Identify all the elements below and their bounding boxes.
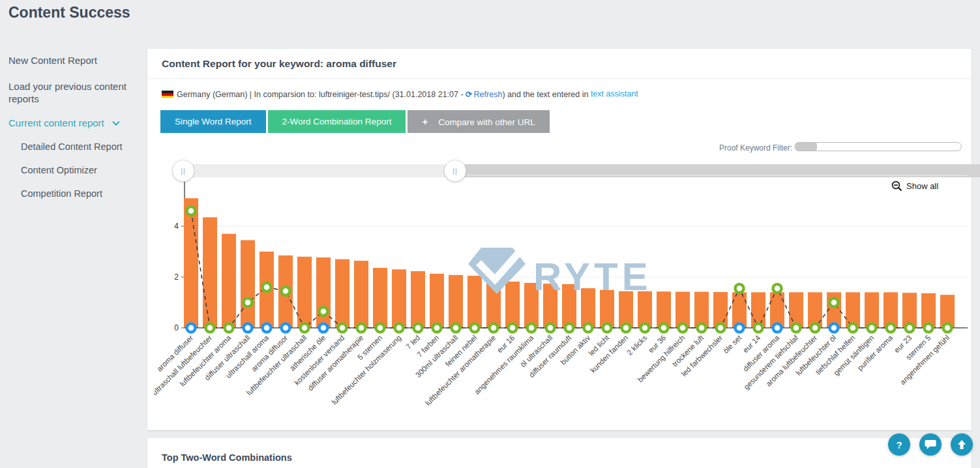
green-marker[interactable] <box>943 324 952 332</box>
green-marker[interactable] <box>717 324 725 332</box>
bar[interactable] <box>241 240 255 328</box>
green-marker[interactable] <box>301 324 309 332</box>
bar[interactable] <box>316 257 331 328</box>
bar[interactable] <box>335 259 349 328</box>
green-marker[interactable] <box>641 324 649 332</box>
ryte-watermark: RYTE <box>468 248 652 299</box>
tab-single-word-report[interactable]: Single Word Report <box>160 110 266 133</box>
meta-date: (31.01.2018 21:07 - <box>393 90 464 99</box>
bar[interactable] <box>354 261 368 328</box>
bar[interactable] <box>373 268 387 328</box>
plus-icon: + <box>422 116 428 127</box>
sidebar-item-load-previous-reports[interactable]: Load your previous content reports <box>8 80 136 105</box>
proof-keyword-filter-handle[interactable] <box>795 143 817 151</box>
bar[interactable] <box>184 198 198 328</box>
proof-keyword-filter-slider[interactable] <box>794 142 962 151</box>
green-marker[interactable] <box>622 324 631 332</box>
sidebar-item-content-optimizer[interactable]: Content Optimizer <box>21 165 97 175</box>
green-marker[interactable] <box>319 307 328 315</box>
bar[interactable] <box>449 275 463 328</box>
report-title: Content Report for your keyword: aroma d… <box>162 58 396 70</box>
green-marker[interactable] <box>792 324 801 332</box>
blue-marker[interactable] <box>263 324 271 332</box>
green-marker[interactable] <box>603 324 612 332</box>
x-category-label: luftbefeuchter holzmaserung <box>330 334 402 406</box>
green-marker[interactable] <box>830 299 839 307</box>
green-marker[interactable] <box>735 284 744 293</box>
sidebar-item-new-content-report[interactable]: New Content Report <box>8 55 97 66</box>
green-marker[interactable] <box>584 324 593 332</box>
sidebar-item-current-content-report[interactable]: Current content report <box>8 117 119 128</box>
green-marker[interactable] <box>395 324 404 332</box>
green-marker[interactable] <box>679 324 687 332</box>
sidebar-item-detailed-content-report[interactable]: Detailed Content Report <box>21 141 123 152</box>
blue-marker[interactable] <box>735 324 744 332</box>
green-marker[interactable] <box>206 324 215 332</box>
meta-after-refresh: ) and the text entered in <box>502 90 588 99</box>
blue-marker[interactable] <box>773 324 782 332</box>
bar[interactable] <box>297 257 312 328</box>
blue-marker[interactable] <box>187 324 196 332</box>
question-mark-icon: ? <box>896 439 902 450</box>
text-assistant-link[interactable]: text assistant <box>591 89 638 98</box>
two-word-combinations-card: Top Two-Word Combinations <box>147 438 972 468</box>
green-marker[interactable] <box>698 324 706 332</box>
x-category-label: 2 klicks <box>625 334 648 357</box>
tab-compare-with-other-url[interactable]: +Compare with other URL <box>408 110 549 133</box>
bar[interactable] <box>222 234 236 328</box>
chart-scrollbar-left-handle[interactable]: || <box>172 160 194 182</box>
green-marker[interactable] <box>773 284 782 293</box>
refresh-link[interactable]: ⟳Refresh <box>466 89 502 98</box>
blue-marker[interactable] <box>830 324 839 332</box>
green-marker[interactable] <box>225 324 233 332</box>
bar[interactable] <box>203 217 217 328</box>
green-marker[interactable] <box>244 299 252 307</box>
green-marker[interactable] <box>509 324 517 332</box>
green-marker[interactable] <box>660 324 668 332</box>
help-button[interactable]: ? <box>888 433 910 456</box>
bar[interactable] <box>392 269 406 328</box>
keyword-bar-chart: 0246RYTEaroma diffuserultraschall luftbe… <box>154 160 969 420</box>
scroll-to-top-button[interactable] <box>951 433 973 456</box>
green-marker[interactable] <box>887 324 895 332</box>
bar[interactable] <box>411 271 425 328</box>
green-marker[interactable] <box>433 324 441 332</box>
green-marker[interactable] <box>187 207 196 215</box>
refresh-label: Refresh <box>474 90 503 99</box>
green-marker[interactable] <box>357 324 366 332</box>
green-marker[interactable] <box>490 324 498 332</box>
blue-marker[interactable] <box>319 324 328 332</box>
blue-marker[interactable] <box>282 324 290 332</box>
green-marker[interactable] <box>565 324 574 332</box>
green-marker[interactable] <box>546 324 555 332</box>
green-marker[interactable] <box>868 324 876 332</box>
green-marker[interactable] <box>376 324 385 332</box>
blue-marker[interactable] <box>244 324 252 332</box>
page-title: Content Success <box>8 4 130 22</box>
chart-scrollbar-right-handle[interactable]: || <box>444 160 466 182</box>
sidebar-item-competition-report[interactable]: Competition Report <box>21 188 102 199</box>
x-category-label: 7 led <box>404 334 421 351</box>
chat-button[interactable] <box>919 433 942 456</box>
green-marker[interactable] <box>849 324 857 332</box>
green-marker[interactable] <box>811 324 820 332</box>
tab-two-word-combination-report[interactable]: 2-Word Combination Report <box>268 110 406 133</box>
green-marker[interactable] <box>471 324 479 332</box>
green-marker[interactable] <box>527 324 536 332</box>
bar[interactable] <box>468 276 482 328</box>
chevron-down-icon <box>112 119 119 126</box>
green-marker[interactable] <box>338 324 347 332</box>
green-marker[interactable] <box>906 324 914 332</box>
green-marker[interactable] <box>282 287 290 295</box>
green-marker[interactable] <box>452 324 460 332</box>
green-marker[interactable] <box>263 283 271 291</box>
chat-bubble-icon <box>925 439 936 450</box>
green-marker[interactable] <box>925 324 933 332</box>
green-marker[interactable] <box>754 324 763 332</box>
card-header: Content Report for your keyword: aroma d… <box>147 49 972 79</box>
two-word-combinations-title: Top Two-Word Combinations <box>162 452 292 463</box>
watermark-text: RYTE <box>533 255 652 299</box>
bar[interactable] <box>505 282 520 328</box>
bar[interactable] <box>430 274 444 328</box>
green-marker[interactable] <box>414 324 423 332</box>
